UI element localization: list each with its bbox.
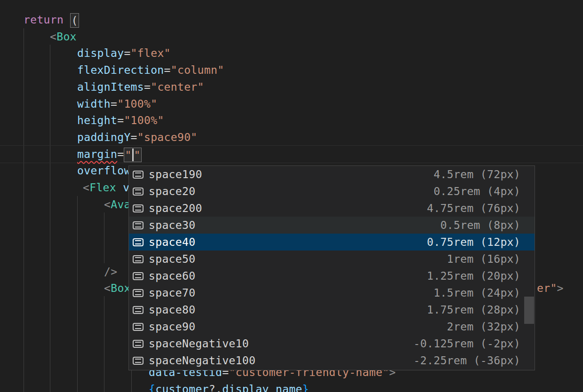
code-editor-surface[interactable]: return (<Boxdisplay="flex"flexDirection=… [0, 0, 583, 392]
suggest-item-space90[interactable]: space902rem (32px) [129, 318, 535, 335]
code-token: = [117, 148, 124, 160]
code-token: "center" [151, 81, 204, 93]
suggest-item-space20[interactable]: space200.25rem (4px) [129, 183, 535, 200]
suggest-item-detail: 0.75rem (12px) [427, 236, 535, 248]
symbol-constant-icon [133, 255, 144, 263]
line-customer-displayname: {customer?.display_name} [149, 381, 309, 392]
suggest-item-space30[interactable]: space300.5rem (8px) [129, 217, 535, 234]
symbol-constant-icon [133, 340, 144, 348]
suggest-item-space60[interactable]: space601.25rem (20px) [129, 267, 535, 284]
code-token: Box [111, 282, 131, 294]
bracket-match-box: "" [124, 148, 141, 162]
indent-guide [104, 212, 104, 263]
code-token: " [134, 147, 141, 164]
code-token: = [117, 114, 124, 126]
symbol-constant-icon [133, 204, 144, 212]
code-token: "100%" [124, 114, 164, 126]
line-width: width="100%" [77, 95, 157, 112]
code-token: { [149, 383, 155, 392]
code-token: margin [77, 148, 117, 160]
suggest-item-space80[interactable]: space801.75rem (28px) [129, 301, 535, 318]
code-token: display [77, 47, 124, 59]
suggest-item-label: space80 [149, 304, 195, 316]
suggest-item-detail: -0.125rem (-2px) [414, 337, 535, 350]
code-token: paddingY [77, 131, 131, 143]
code-token: "space90" [137, 131, 198, 143]
line-inner-box-tail: er"> [537, 280, 564, 297]
suggest-item-label: space30 [149, 219, 195, 231]
suggest-item-space50[interactable]: space501rem (16px) [129, 251, 535, 267]
line-flexdirection: flexDirection="column" [77, 62, 224, 78]
code-token: "flex" [131, 47, 171, 59]
code-token: ?. [209, 383, 222, 392]
symbol-constant-icon [133, 171, 144, 179]
suggest-item-spaceNegative10[interactable]: spaceNegative10-0.125rem (-2px) [129, 335, 535, 352]
line-box-open: <Box [50, 28, 77, 45]
indent-guide [50, 45, 50, 392]
symbol-constant-icon [133, 272, 144, 280]
suggest-item-label: space200 [149, 202, 202, 214]
line-margin-editing: margin="" [77, 146, 142, 163]
suggest-item-detail: 1rem (16px) [447, 253, 535, 265]
suggest-item-label: space190 [149, 168, 202, 180]
symbol-constant-icon [133, 323, 144, 331]
suggest-item-detail: 0.25rem (4px) [433, 185, 535, 197]
code-token: "100%" [117, 98, 157, 110]
suggest-item-label: space20 [149, 185, 195, 197]
code-token: width [77, 98, 111, 110]
suggest-item-spaceNegative100[interactable]: spaceNegative100-2.25rem (-36px) [129, 352, 535, 369]
code-token: < [104, 282, 111, 294]
line-display: display="flex" [77, 45, 171, 62]
code-token: < [50, 31, 56, 43]
symbol-constant-icon [133, 238, 144, 246]
suggest-item-space40[interactable]: space400.75rem (12px) [129, 234, 535, 251]
code-token: display_name [222, 383, 302, 392]
line-avatar-open: <Ava [104, 196, 131, 213]
code-token: height [77, 114, 117, 126]
symbol-constant-icon [133, 357, 144, 365]
suggest-widget: space1904.5rem (72px)space200.25rem (4px… [128, 165, 535, 370]
code-token: " [125, 147, 131, 164]
code-token: > [557, 282, 564, 294]
suggest-item-label: space70 [149, 287, 195, 299]
indent-guide [77, 196, 78, 392]
line-return: return ( [24, 11, 79, 28]
suggest-item-space200[interactable]: space2004.75rem (76px) [129, 200, 535, 217]
bracket-match-box: ( [70, 13, 79, 28]
suggest-item-detail: 2rem (32px) [447, 321, 535, 333]
code-token: < [83, 181, 89, 194]
line-self-close: /> [104, 263, 117, 280]
symbol-constant-icon [133, 306, 144, 314]
suggest-item-detail: 4.75rem (76px) [427, 202, 535, 214]
suggest-item-label: spaceNegative100 [149, 354, 256, 367]
suggest-item-space70[interactable]: space701.5rem (24px) [129, 284, 535, 301]
code-token: "column" [171, 64, 224, 76]
code-token: /> [104, 266, 117, 278]
symbol-constant-icon [133, 221, 144, 229]
code-token: er" [537, 282, 557, 294]
line-inner-box-open: <Box [104, 280, 131, 297]
code-token: } [303, 383, 309, 392]
line-overflow: overflow [77, 162, 131, 179]
suggest-item-label: space40 [149, 236, 195, 248]
code-token: return [24, 14, 70, 26]
symbol-constant-icon [133, 188, 144, 196]
indent-guide [24, 28, 24, 392]
suggest-item-label: space90 [149, 321, 195, 333]
suggest-item-detail: 4.5rem (72px) [433, 168, 535, 180]
code-token: = [124, 47, 130, 59]
code-token: Ava [111, 198, 131, 211]
code-token [116, 181, 123, 194]
suggest-item-detail: 0.5rem (8px) [440, 219, 535, 231]
code-token: alignItems [77, 81, 144, 93]
suggest-item-label: space50 [149, 253, 195, 265]
indent-guide [104, 296, 104, 392]
suggest-item-space190[interactable]: space1904.5rem (72px) [129, 166, 535, 183]
code-token: ( [71, 12, 78, 29]
code-token: = [131, 131, 137, 143]
suggest-item-detail: -2.25rem (-36px) [414, 354, 535, 367]
suggest-item-detail: 1.75rem (28px) [427, 304, 535, 316]
code-token: < [104, 198, 111, 211]
suggest-scrollbar-thumb[interactable] [524, 297, 534, 324]
suggest-item-detail: 1.25rem (20px) [427, 270, 535, 282]
